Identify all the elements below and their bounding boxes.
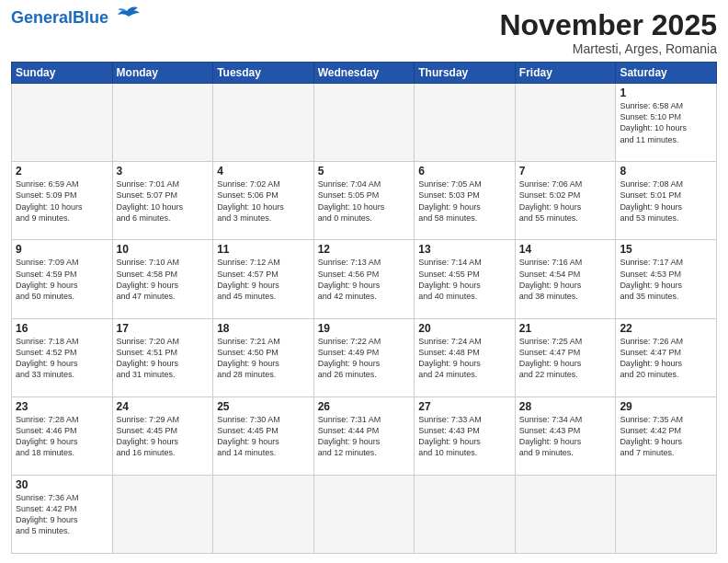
calendar-cell: 25Sunrise: 7:30 AM Sunset: 4:45 PM Dayli… [213,396,314,475]
calendar-cell [515,475,616,553]
day-info: Sunrise: 7:31 AM Sunset: 4:44 PM Dayligh… [318,414,411,459]
calendar-table: SundayMondayTuesdayWednesdayThursdayFrid… [11,62,717,554]
day-number: 14 [519,243,612,256]
day-number: 30 [16,478,108,491]
calendar-cell: 4Sunrise: 7:02 AM Sunset: 5:06 PM Daylig… [213,162,314,240]
day-info: Sunrise: 7:13 AM Sunset: 4:56 PM Dayligh… [318,257,411,302]
calendar-cell [112,84,213,162]
calendar-cell: 23Sunrise: 7:28 AM Sunset: 4:46 PM Dayli… [12,396,113,475]
calendar-cell: 5Sunrise: 7:04 AM Sunset: 5:05 PM Daylig… [313,162,415,240]
calendar-cell: 11Sunrise: 7:12 AM Sunset: 4:57 PM Dayli… [213,240,314,318]
header: GeneralBlue November 2025 Martesti, Arge… [11,9,717,56]
calendar-cell [415,475,516,553]
logo-general: General [11,8,73,27]
calendar-cell [213,475,314,553]
day-number: 12 [318,243,411,256]
day-info: Sunrise: 7:35 AM Sunset: 4:42 PM Dayligh… [620,414,712,459]
calendar-cell [12,84,113,162]
day-number: 13 [418,243,511,256]
calendar-cell: 15Sunrise: 7:17 AM Sunset: 4:53 PM Dayli… [616,240,717,318]
month-title: November 2025 [499,9,717,41]
day-info: Sunrise: 7:30 AM Sunset: 4:45 PM Dayligh… [217,414,310,459]
day-number: 3 [117,165,210,178]
day-number: 9 [16,243,108,256]
logo-blue: Blue [73,8,108,27]
calendar-cell: 7Sunrise: 7:06 AM Sunset: 5:02 PM Daylig… [515,162,616,240]
day-info: Sunrise: 7:10 AM Sunset: 4:58 PM Dayligh… [117,257,210,302]
weekday-header-sunday: Sunday [12,63,113,84]
calendar-cell [313,475,415,553]
day-info: Sunrise: 6:59 AM Sunset: 5:09 PM Dayligh… [16,178,108,224]
logo-text: GeneralBlue [11,9,108,26]
day-number: 20 [418,322,511,335]
calendar-week-row: 2Sunrise: 6:59 AM Sunset: 5:09 PM Daylig… [12,162,717,240]
day-info: Sunrise: 7:28 AM Sunset: 4:46 PM Dayligh… [16,414,108,459]
day-number: 1 [620,86,712,99]
calendar-cell: 18Sunrise: 7:21 AM Sunset: 4:50 PM Dayli… [213,318,314,396]
day-number: 7 [519,165,612,178]
calendar-cell: 6Sunrise: 7:05 AM Sunset: 5:03 PM Daylig… [415,162,516,240]
calendar-cell: 8Sunrise: 7:08 AM Sunset: 5:01 PM Daylig… [616,162,717,240]
calendar-cell: 2Sunrise: 6:59 AM Sunset: 5:09 PM Daylig… [12,162,113,240]
calendar-cell: 16Sunrise: 7:18 AM Sunset: 4:52 PM Dayli… [12,318,113,396]
calendar-cell: 12Sunrise: 7:13 AM Sunset: 4:56 PM Dayli… [313,240,415,318]
day-number: 15 [620,243,712,256]
weekday-header-thursday: Thursday [415,63,516,84]
calendar-cell: 29Sunrise: 7:35 AM Sunset: 4:42 PM Dayli… [616,396,717,475]
day-info: Sunrise: 7:17 AM Sunset: 4:53 PM Dayligh… [620,257,712,302]
calendar-cell: 21Sunrise: 7:25 AM Sunset: 4:47 PM Dayli… [515,318,616,396]
title-section: November 2025 Martesti, Arges, Romania [499,9,717,56]
day-number: 22 [620,322,712,335]
calendar-cell: 26Sunrise: 7:31 AM Sunset: 4:44 PM Dayli… [313,396,415,475]
day-number: 29 [620,400,712,413]
day-info: Sunrise: 7:14 AM Sunset: 4:55 PM Dayligh… [418,257,511,302]
day-info: Sunrise: 7:29 AM Sunset: 4:45 PM Dayligh… [117,414,210,459]
calendar-week-row: 9Sunrise: 7:09 AM Sunset: 4:59 PM Daylig… [12,240,717,318]
calendar-cell: 19Sunrise: 7:22 AM Sunset: 4:49 PM Dayli… [313,318,415,396]
day-info: Sunrise: 7:05 AM Sunset: 5:03 PM Dayligh… [418,178,511,224]
calendar-cell: 28Sunrise: 7:34 AM Sunset: 4:43 PM Dayli… [515,396,616,475]
weekday-header-tuesday: Tuesday [213,63,314,84]
page: GeneralBlue November 2025 Martesti, Arge… [0,0,728,563]
day-info: Sunrise: 7:22 AM Sunset: 4:49 PM Dayligh… [318,336,411,381]
day-info: Sunrise: 7:21 AM Sunset: 4:50 PM Dayligh… [217,336,310,381]
calendar-cell: 13Sunrise: 7:14 AM Sunset: 4:55 PM Dayli… [415,240,516,318]
day-info: Sunrise: 7:01 AM Sunset: 5:07 PM Dayligh… [117,178,210,224]
day-info: Sunrise: 7:09 AM Sunset: 4:59 PM Dayligh… [16,257,108,302]
day-info: Sunrise: 7:25 AM Sunset: 4:47 PM Dayligh… [519,336,612,381]
day-info: Sunrise: 7:34 AM Sunset: 4:43 PM Dayligh… [519,414,612,459]
day-number: 4 [217,165,310,178]
weekday-header-wednesday: Wednesday [313,63,415,84]
day-info: Sunrise: 7:24 AM Sunset: 4:48 PM Dayligh… [418,336,511,381]
day-number: 23 [16,400,108,413]
calendar-cell: 17Sunrise: 7:20 AM Sunset: 4:51 PM Dayli… [112,318,213,396]
day-number: 5 [318,165,411,178]
day-info: Sunrise: 7:20 AM Sunset: 4:51 PM Dayligh… [117,336,210,381]
day-number: 10 [117,243,210,256]
calendar-cell: 3Sunrise: 7:01 AM Sunset: 5:07 PM Daylig… [112,162,213,240]
calendar-cell: 30Sunrise: 7:36 AM Sunset: 4:42 PM Dayli… [12,475,113,553]
day-info: Sunrise: 7:33 AM Sunset: 4:43 PM Dayligh… [418,414,511,459]
logo-bird-icon [110,4,143,24]
day-number: 18 [217,322,310,335]
day-info: Sunrise: 7:16 AM Sunset: 4:54 PM Dayligh… [519,257,612,302]
weekday-header-monday: Monday [112,63,213,84]
calendar-cell: 1Sunrise: 6:58 AM Sunset: 5:10 PM Daylig… [616,84,717,162]
day-number: 27 [418,400,511,413]
calendar-cell: 20Sunrise: 7:24 AM Sunset: 4:48 PM Dayli… [415,318,516,396]
day-number: 19 [318,322,411,335]
calendar-cell: 27Sunrise: 7:33 AM Sunset: 4:43 PM Dayli… [415,396,516,475]
calendar-cell: 10Sunrise: 7:10 AM Sunset: 4:58 PM Dayli… [112,240,213,318]
calendar-cell: 24Sunrise: 7:29 AM Sunset: 4:45 PM Dayli… [112,396,213,475]
day-number: 8 [620,165,712,178]
day-number: 28 [519,400,612,413]
calendar-cell [415,84,516,162]
day-number: 24 [117,400,210,413]
day-info: Sunrise: 7:08 AM Sunset: 5:01 PM Dayligh… [620,178,712,224]
day-number: 25 [217,400,310,413]
day-info: Sunrise: 7:18 AM Sunset: 4:52 PM Dayligh… [16,336,108,381]
calendar-cell [616,475,717,553]
day-info: Sunrise: 6:58 AM Sunset: 5:10 PM Dayligh… [620,100,712,145]
calendar-cell [313,84,415,162]
calendar-cell: 14Sunrise: 7:16 AM Sunset: 4:54 PM Dayli… [515,240,616,318]
